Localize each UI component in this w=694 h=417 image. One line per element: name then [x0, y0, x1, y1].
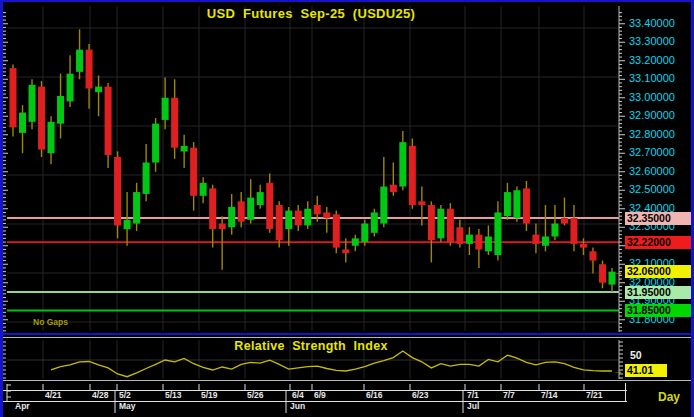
price-axis-label: 32.70000	[629, 147, 675, 158]
candle-body	[95, 87, 102, 93]
candle-body	[466, 235, 473, 244]
candle-body	[152, 124, 159, 163]
candle-body	[570, 218, 577, 244]
candle-body	[428, 205, 435, 240]
candle-body	[580, 244, 587, 248]
month-label: Apr	[15, 402, 30, 411]
no-gaps-label: No Gaps	[33, 318, 68, 327]
month-label: Jul	[467, 402, 479, 411]
candle-body	[447, 209, 454, 242]
date-tick-label: 7/7	[503, 391, 515, 400]
rsi-line	[51, 351, 612, 377]
candle-body	[523, 188, 530, 223]
candle-body	[29, 85, 36, 122]
candle-body	[48, 122, 55, 153]
date-tick-label: 6/23	[412, 391, 429, 400]
price-level-badge: 32.35000	[625, 212, 691, 225]
date-tick-label: 5/13	[165, 391, 182, 400]
candle-body	[561, 218, 568, 224]
chart-window: USD Futures Sep-25 (USDU25) 33.4000033.3…	[0, 0, 694, 417]
candle-body	[38, 87, 45, 150]
candle-body	[124, 220, 131, 229]
candle-body	[504, 192, 511, 216]
candle-body	[494, 212, 501, 255]
rsi-value-badge: 41.01	[625, 364, 667, 377]
candle-body	[143, 163, 150, 194]
price-axis-label: 33.40000	[629, 18, 675, 29]
candle-body	[371, 212, 378, 232]
candle-body	[342, 249, 349, 253]
candle-body	[238, 201, 245, 221]
date-tick-label: 6/9	[314, 391, 326, 400]
candle-body	[352, 238, 359, 245]
date-tick-label: 6/16	[366, 391, 383, 400]
price-axis-label: 32.60000	[629, 166, 675, 177]
rsi-panel[interactable]: Relative Strength Index 50 41.01 →	[3, 337, 691, 381]
price-axis-label: 33.00000	[629, 92, 675, 103]
price-axis-label: 32.90000	[629, 110, 675, 121]
candle-body	[390, 185, 397, 192]
candle-body	[171, 98, 178, 148]
candle-body	[162, 98, 169, 120]
date-tick-label: 4/21	[45, 391, 62, 400]
candle-body	[181, 146, 188, 152]
candle-body	[485, 237, 492, 252]
candle-body	[295, 211, 302, 226]
candle-body	[247, 198, 254, 220]
price-axis-label: 33.30000	[629, 36, 675, 47]
candlestick-plot[interactable]	[3, 2, 691, 333]
month-label: Jun	[290, 402, 305, 411]
candle-body	[409, 146, 416, 205]
month-label: May	[119, 402, 136, 411]
candle-body	[276, 205, 283, 240]
candle-body	[285, 211, 292, 230]
date-tick-label: 7/1	[467, 391, 479, 400]
price-axis-label: 33.10000	[629, 73, 675, 84]
date-axis-panel[interactable]: 4/214/285/25/135/195/266/46/96/166/237/1…	[3, 382, 691, 417]
candle-body	[418, 201, 425, 205]
candle-body	[399, 142, 406, 186]
candle-body	[67, 74, 74, 102]
price-level-lines	[7, 218, 619, 311]
last-price-badge: 32.06000	[625, 265, 691, 278]
candle-body	[513, 190, 520, 218]
candle-body	[456, 227, 463, 244]
candle-body	[76, 50, 83, 72]
date-tick-label: 5/2	[119, 391, 131, 400]
price-axis-label: 32.50000	[629, 184, 675, 195]
candle-body	[589, 251, 596, 260]
date-tick-label: 5/26	[247, 391, 264, 400]
rsi-title: Relative Strength Index	[3, 339, 619, 353]
candle-body	[266, 183, 273, 229]
date-tick-label: 5/19	[201, 391, 218, 400]
price-level-badge: 31.85000	[625, 304, 691, 317]
candle-body	[257, 192, 264, 205]
candle-body	[532, 235, 539, 244]
candle-body	[599, 264, 606, 283]
last-price-arrow-icon: →	[613, 267, 625, 277]
price-chart-panel[interactable]: USD Futures Sep-25 (USDU25) 33.4000033.3…	[3, 2, 691, 335]
candle-body	[133, 192, 140, 223]
price-level-badge: 32.22000	[625, 236, 691, 249]
candle-body	[190, 148, 197, 196]
candle-body	[361, 224, 368, 243]
period-label[interactable]: Day	[648, 391, 690, 403]
candle-body	[380, 187, 387, 224]
candle-body	[333, 214, 340, 247]
candle-body	[200, 183, 207, 196]
candle-body	[114, 157, 121, 225]
candle-body	[551, 224, 558, 237]
candle-body	[228, 207, 235, 227]
date-tick-label: 4/28	[92, 391, 109, 400]
candle-body	[314, 205, 321, 214]
candle-body	[10, 68, 17, 127]
grid-lines	[7, 6, 619, 331]
candle-body	[475, 235, 482, 250]
price-axis-ruler	[3, 6, 625, 332]
candle-body	[437, 209, 444, 239]
candle-body	[219, 224, 226, 230]
price-axis-label: 33.20000	[629, 55, 675, 66]
rsi-arrow-icon: →	[613, 366, 625, 376]
candle-body	[304, 209, 311, 226]
candle-body	[86, 50, 93, 89]
